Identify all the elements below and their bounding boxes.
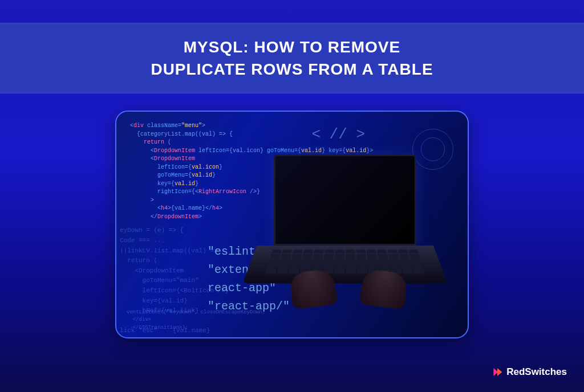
redswitches-icon bbox=[492, 366, 503, 378]
code-snippet-bottom: ventListener("keydown", closeOnEscapeKey… bbox=[127, 309, 265, 332]
hero-image-frame: < // > <div className="menu"> {categoryL… bbox=[115, 111, 469, 338]
hero-container: < // > <div className="menu"> {categoryL… bbox=[0, 111, 584, 338]
title-line-1: MYSQL: HOW TO REMOVE bbox=[184, 38, 400, 56]
laptop-base bbox=[242, 246, 447, 283]
laptop-illustration bbox=[257, 154, 433, 314]
page-title: MYSQL: HOW TO REMOVE DUPLICATE ROWS FROM… bbox=[0, 36, 584, 80]
brand-logo: RedSwitches bbox=[492, 366, 567, 378]
code-bracket-icon: < // > bbox=[311, 126, 365, 143]
hands-illustration bbox=[283, 271, 414, 313]
laptop-keyboard bbox=[265, 250, 424, 273]
title-line-2: DUPLICATE ROWS FROM A TABLE bbox=[151, 60, 433, 78]
brand-name: RedSwitches bbox=[506, 366, 567, 378]
laptop-screen bbox=[274, 154, 416, 246]
title-bar: MYSQL: HOW TO REMOVE DUPLICATE ROWS FROM… bbox=[0, 23, 584, 93]
right-hand bbox=[358, 269, 407, 310]
left-hand bbox=[290, 269, 339, 310]
